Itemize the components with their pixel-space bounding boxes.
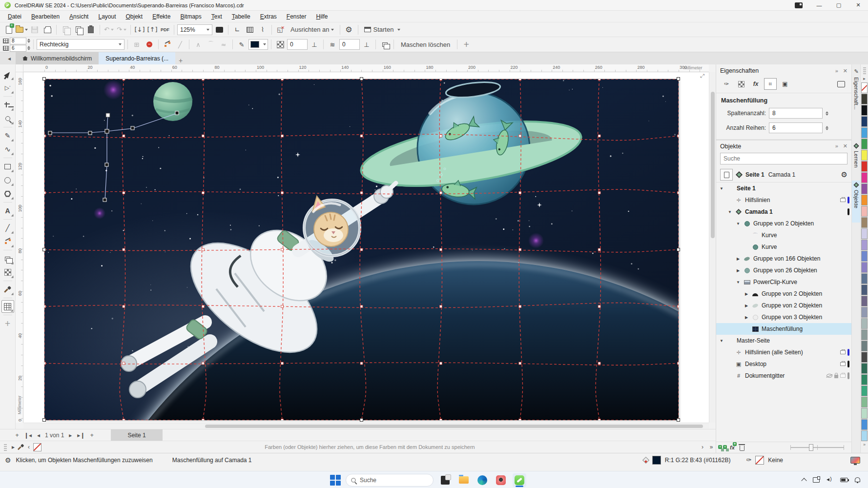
snap-off-button[interactable]: ◱✕ — [275, 24, 287, 36]
save-button[interactable] — [29, 24, 41, 36]
palette-swatch-3[interactable] — [861, 127, 868, 138]
export-button[interactable]: [↑] — [146, 24, 158, 36]
palette-swatch-15[interactable] — [861, 262, 868, 273]
menu-datei[interactable]: Datei — [3, 12, 26, 21]
contour-tool[interactable] — [1, 252, 14, 265]
freehand-tool[interactable]: ✎ — [1, 129, 14, 142]
options-button[interactable]: ⚙ — [343, 24, 355, 36]
mesh-transparency-button[interactable] — [274, 39, 286, 50]
menu-layout[interactable]: Layout — [93, 12, 121, 21]
taskbar-photo-paint[interactable] — [494, 473, 508, 487]
copy-button[interactable] — [72, 24, 84, 36]
tree-row-maschenfüllung[interactable]: Maschenfüllung — [716, 323, 851, 335]
delete-node-button[interactable]: − — [144, 39, 155, 50]
printer-icon[interactable] — [840, 362, 846, 366]
close-docker-icon[interactable]: ✕ — [843, 68, 847, 74]
tree-row-hilfslinien[interactable]: ✛Hilfslinien — [716, 194, 851, 206]
palette-scroll-right[interactable]: › — [698, 443, 707, 451]
customize-propbar-button[interactable]: + — [460, 39, 472, 50]
palette-swatch-20[interactable] — [861, 318, 868, 329]
transparency-tool[interactable] — [1, 266, 14, 279]
palette-more[interactable]: » — [863, 441, 866, 448]
redo-button[interactable]: ↷ — [116, 24, 127, 36]
docker-tab-properties[interactable]: ✎ Eigenschaft... — [852, 66, 861, 119]
menu-objekt[interactable]: Objekt — [121, 12, 148, 21]
menu-bitmaps[interactable]: Bitmaps — [175, 12, 206, 21]
paste-button[interactable] — [85, 24, 97, 36]
copy-mesh-button[interactable] — [379, 39, 391, 50]
display-color-icon[interactable] — [850, 457, 860, 464]
delete-button[interactable] — [740, 446, 744, 451]
tree-row-gruppe-von-2-objekten[interactable]: ▼Gruppe von 2 Objekten — [716, 218, 851, 229]
tray-display-icon[interactable] — [813, 477, 820, 483]
objects-close-icon[interactable]: ✕ — [843, 143, 847, 149]
layer-color-bar[interactable] — [847, 349, 849, 356]
show-grid-button[interactable] — [244, 24, 256, 36]
palette-swatch-25[interactable] — [861, 374, 868, 385]
clear-mesh-button[interactable]: Maschen löschen — [397, 39, 454, 50]
symmetrical-node-button[interactable]: ≈ — [218, 39, 229, 50]
outline-properties-tab[interactable]: ✑ — [720, 78, 733, 90]
menu-text[interactable]: Text — [207, 12, 227, 21]
cut-button[interactable] — [60, 24, 71, 36]
minimize-button[interactable]: — — [809, 0, 829, 11]
crop-tool[interactable] — [1, 99, 14, 111]
mesh-mode-select[interactable]: Rechteckig — [37, 39, 124, 50]
add-page-before-button[interactable]: + — [13, 431, 21, 440]
palette-swatch-4[interactable] — [861, 139, 868, 149]
tray-expand-icon[interactable] — [801, 478, 806, 483]
palette-swatch-22[interactable] — [861, 341, 868, 351]
palette-swatch-29[interactable] — [861, 419, 868, 430]
tray-volume-icon[interactable] — [827, 477, 833, 483]
palette-swatch-11[interactable] — [861, 217, 868, 228]
mesh-smoothing-button[interactable]: ≋ — [327, 39, 338, 50]
page-artwork[interactable] — [44, 79, 679, 420]
tab-scroll-left[interactable]: ◂ — [5, 54, 14, 63]
palette-swatch-7[interactable] — [861, 172, 868, 183]
menu-ansicht[interactable]: Ansicht — [64, 12, 93, 21]
palette-swatch-14[interactable] — [861, 251, 868, 262]
fill-color-swatch[interactable] — [652, 456, 661, 465]
tab-welcome-screen[interactable]: Willkommensbildschirm — [16, 52, 99, 64]
palette-no-color[interactable] — [861, 82, 868, 93]
tree-row-powerclip-kurve[interactable]: ▼PowerClip-Kurve — [716, 276, 851, 288]
tree-row-gruppe-von-26-objekten[interactable]: ▶Gruppe von 26 Objekten — [716, 264, 851, 276]
layer-options-gear-icon[interactable]: ⚙ — [841, 170, 847, 179]
palette-swatch-9[interactable] — [861, 195, 868, 205]
tree-expander[interactable]: ▼ — [719, 186, 724, 191]
palette-flyout-icon[interactable]: ▸ — [863, 75, 866, 82]
polygon-tool[interactable] — [1, 187, 14, 200]
open-button[interactable] — [16, 24, 28, 36]
field-spinner[interactable] — [826, 111, 828, 116]
shape-tool[interactable]: ▷▫ — [1, 81, 14, 94]
palette-swatch-8[interactable] — [861, 183, 868, 194]
maximize-button[interactable]: ▢ — [829, 0, 848, 11]
effects-properties-tab[interactable]: fx — [749, 78, 762, 90]
line-tool[interactable]: ╱ — [1, 222, 14, 234]
tree-row-kurve[interactable]: ⌒Kurve — [716, 229, 851, 241]
text-tool[interactable]: A — [1, 204, 14, 217]
page-tab-seite1[interactable]: Seite 1 — [111, 429, 162, 441]
printer-icon[interactable] — [840, 198, 846, 202]
tree-expander[interactable]: ▼ — [736, 280, 741, 285]
printer-icon[interactable] — [840, 374, 846, 378]
palette-swatch-13[interactable] — [861, 240, 868, 250]
selection-handle-ne[interactable] — [677, 77, 680, 81]
tree-row-dokumentgitter[interactable]: #Dokumentgitter — [716, 370, 851, 382]
palette-scroll-left[interactable]: ‹ — [24, 443, 33, 451]
palette-swatch-23[interactable] — [861, 352, 868, 363]
palette-swatch-28[interactable] — [861, 408, 868, 419]
app-launcher-icon[interactable] — [795, 2, 803, 8]
connector-tool[interactable] — [1, 235, 14, 248]
undo-button[interactable]: ↶ — [103, 24, 115, 36]
tree-expander[interactable]: ▼ — [727, 210, 732, 214]
layer-color-bar[interactable] — [847, 208, 849, 215]
palette-handle[interactable] — [863, 66, 866, 74]
smoothing-slider-button[interactable]: ⊥ — [361, 39, 372, 50]
vertical-ruler[interactable]: 160140120100806040200Millimeter — [16, 72, 23, 423]
fullscreen-preview-button[interactable] — [213, 24, 225, 36]
thumbnail-size-slider[interactable] — [790, 447, 844, 448]
mesh-fill-color-select[interactable] — [248, 39, 268, 50]
palette-swatch-24[interactable] — [861, 363, 868, 374]
objects-collapse-icon[interactable]: » — [835, 143, 838, 149]
